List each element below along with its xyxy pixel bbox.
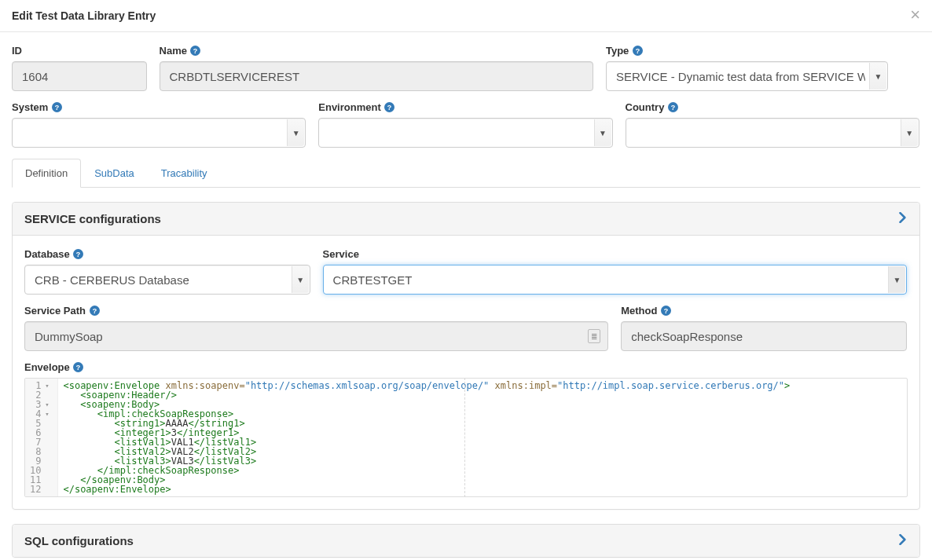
- service-select[interactable]: [323, 265, 907, 295]
- help-icon[interactable]: ?: [89, 306, 100, 317]
- tab-subdata[interactable]: SubData: [81, 159, 148, 188]
- id-label: ID: [12, 45, 22, 57]
- name-field: [160, 61, 593, 91]
- panel-title: SQL configurations: [24, 534, 134, 547]
- environment-select[interactable]: [318, 118, 612, 148]
- service-config-header[interactable]: SERVICE configurations: [13, 203, 919, 236]
- svg-text:?: ?: [76, 364, 80, 372]
- service-path-field: [24, 321, 608, 351]
- sql-config-panel: SQL configurations: [12, 524, 920, 558]
- help-icon[interactable]: ?: [73, 362, 84, 373]
- svg-text:?: ?: [664, 307, 668, 315]
- type-select[interactable]: [606, 61, 888, 91]
- country-select[interactable]: [626, 118, 919, 148]
- close-icon[interactable]: ×: [910, 6, 920, 24]
- help-icon[interactable]: ?: [667, 102, 678, 113]
- envelope-editor[interactable]: 1▾23▾4▾56789101112 <soapenv:Envelope xml…: [24, 378, 908, 497]
- method-label: Method ?: [621, 305, 671, 317]
- system-label: System ?: [12, 101, 62, 113]
- help-icon[interactable]: ?: [660, 306, 671, 317]
- tab-tracability[interactable]: Tracability: [148, 159, 221, 188]
- clipboard-icon[interactable]: ≣: [588, 329, 600, 343]
- modal-title: Edit Test Data Library Entry: [12, 9, 920, 22]
- chevron-right-icon: [898, 534, 908, 547]
- svg-text:?: ?: [387, 104, 391, 112]
- tab-bar: Definition SubData Tracability: [12, 159, 920, 188]
- database-select[interactable]: [24, 265, 310, 295]
- help-icon[interactable]: ?: [384, 102, 395, 113]
- service-config-panel: SERVICE configurations Database ? ▼: [12, 202, 920, 510]
- svg-text:?: ?: [76, 251, 80, 258]
- chevron-right-icon: [898, 212, 908, 225]
- service-label: Service: [323, 248, 359, 260]
- name-label: Name ?: [160, 45, 201, 57]
- environment-label: Environment ?: [318, 101, 394, 113]
- method-field: [621, 321, 907, 351]
- envelope-label: Envelope ?: [24, 361, 84, 373]
- tab-definition[interactable]: Definition: [12, 159, 81, 188]
- help-icon[interactable]: ?: [190, 46, 201, 57]
- system-select[interactable]: [12, 118, 306, 148]
- svg-text:?: ?: [636, 47, 640, 55]
- service-path-label: Service Path ?: [24, 305, 100, 317]
- svg-text:?: ?: [193, 47, 197, 55]
- svg-text:?: ?: [55, 104, 59, 112]
- svg-text:?: ?: [671, 104, 675, 112]
- type-label: Type ?: [606, 45, 643, 57]
- help-icon[interactable]: ?: [51, 102, 62, 113]
- id-field: [12, 61, 147, 91]
- svg-text:?: ?: [92, 307, 96, 315]
- help-icon[interactable]: ?: [632, 46, 643, 57]
- help-icon[interactable]: ?: [73, 249, 84, 260]
- panel-title: SERVICE configurations: [24, 212, 161, 225]
- country-label: Country ?: [626, 101, 679, 113]
- database-label: Database ?: [24, 248, 84, 260]
- sql-config-header[interactable]: SQL configurations: [13, 525, 919, 557]
